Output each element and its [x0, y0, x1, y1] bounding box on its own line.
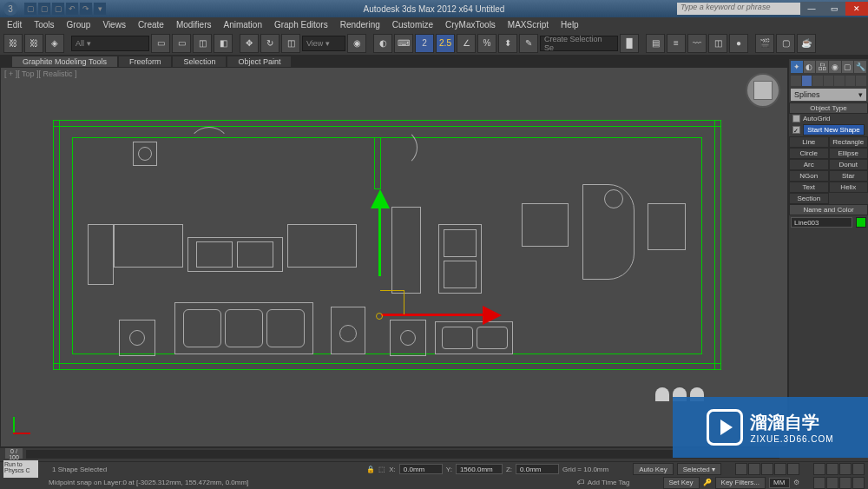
- prev-frame-icon[interactable]: [748, 463, 760, 475]
- named-selection-dropdown[interactable]: Create Selection Se: [540, 36, 618, 51]
- rotate-icon[interactable]: ↻: [260, 34, 279, 53]
- shapes-icon[interactable]: [802, 76, 812, 86]
- menu-tools[interactable]: Tools: [29, 20, 59, 30]
- manipulate-icon[interactable]: ◐: [373, 34, 392, 53]
- tab-selection[interactable]: Selection: [173, 56, 226, 67]
- cameras-icon[interactable]: [824, 76, 834, 86]
- time-tag-icon[interactable]: 🏷: [577, 479, 584, 486]
- maximize-button[interactable]: ▭: [823, 2, 845, 16]
- lights-icon[interactable]: [812, 76, 823, 86]
- menu-views[interactable]: Views: [97, 20, 131, 30]
- line-button[interactable]: Line: [789, 136, 829, 148]
- zoom-all-icon[interactable]: [852, 463, 865, 475]
- move-icon[interactable]: ✥: [240, 34, 259, 53]
- text-button[interactable]: Text: [789, 182, 829, 193]
- x-coord-input[interactable]: 0.0mm: [399, 464, 443, 474]
- menu-crymaxtools[interactable]: CryMaxTools: [440, 20, 501, 30]
- unlink-icon[interactable]: ⛓: [24, 34, 43, 53]
- arc-button[interactable]: Arc: [789, 159, 829, 170]
- motion-tab-icon[interactable]: ◉: [829, 61, 841, 73]
- object-color-swatch[interactable]: [856, 217, 866, 228]
- next-frame-icon[interactable]: [774, 463, 786, 475]
- qat-open-icon[interactable]: ▢: [38, 3, 50, 15]
- align-icon[interactable]: ▤: [646, 34, 665, 53]
- menu-maxscript[interactable]: MAXScript: [503, 20, 554, 30]
- timeline[interactable]: 0 / 100: [0, 447, 788, 461]
- keyboard-icon[interactable]: ⌨: [394, 34, 413, 53]
- z-coord-input[interactable]: 0.0mm: [516, 464, 559, 474]
- script-listener[interactable]: Run to Physcs C: [3, 460, 38, 478]
- shapes-category-dropdown[interactable]: Splines▾: [791, 89, 866, 101]
- viewport-label[interactable]: [ + ][ Top ][ Realistic ]: [4, 69, 77, 78]
- mm-input[interactable]: MM: [769, 478, 790, 488]
- autogrid-checkbox[interactable]: [792, 115, 800, 122]
- selected-button[interactable]: Selected ▾: [677, 463, 721, 475]
- select-name-icon[interactable]: ▭: [172, 34, 191, 53]
- gizmo-y-arrow-icon[interactable]: [371, 189, 390, 208]
- star-button[interactable]: Star: [829, 170, 869, 182]
- modify-tab-icon[interactable]: ◐: [804, 61, 816, 73]
- close-button[interactable]: ✕: [845, 2, 868, 16]
- menu-graph-editors[interactable]: Graph Editors: [269, 20, 333, 30]
- hierarchy-tab-icon[interactable]: 品: [816, 61, 828, 73]
- snap-25-icon[interactable]: 2.5: [436, 34, 455, 53]
- material-icon[interactable]: ●: [729, 34, 748, 53]
- rectangle-button[interactable]: Rectangle: [829, 136, 869, 148]
- schematic-icon[interactable]: ◫: [708, 34, 727, 53]
- pivot-icon[interactable]: ◉: [347, 34, 366, 53]
- render-frame-icon[interactable]: ▢: [776, 34, 795, 53]
- goto-end-icon[interactable]: [787, 463, 799, 475]
- curve-editor-icon[interactable]: 〰: [687, 34, 707, 53]
- angle-snap-icon[interactable]: ∠: [457, 34, 476, 53]
- tab-object-paint[interactable]: Object Paint: [227, 56, 291, 67]
- tab-freeform[interactable]: Freeform: [119, 56, 172, 67]
- viewport-top[interactable]: [ + ][ Top ][ Realistic ]: [0, 67, 788, 447]
- goto-start-icon[interactable]: [735, 463, 747, 475]
- display-tab-icon[interactable]: ▢: [842, 61, 854, 73]
- viewcube[interactable]: [746, 73, 780, 108]
- menu-group[interactable]: Group: [62, 20, 96, 30]
- ref-coord-dropdown[interactable]: View ▾: [302, 36, 345, 51]
- gizmo-xy-plane[interactable]: [380, 290, 404, 314]
- minimize-button[interactable]: —: [800, 2, 823, 16]
- helpers-icon[interactable]: [834, 76, 845, 86]
- play-icon[interactable]: [761, 463, 773, 475]
- circle-button[interactable]: Circle: [789, 148, 829, 159]
- section-button[interactable]: Section: [789, 193, 829, 204]
- menu-customize[interactable]: Customize: [387, 20, 438, 30]
- layers-icon[interactable]: ≡: [667, 34, 686, 53]
- region-zoom-icon[interactable]: [852, 477, 865, 489]
- time-slider[interactable]: 0 / 100: [5, 448, 23, 459]
- select-region-icon[interactable]: ◫: [193, 34, 212, 53]
- utilities-tab-icon[interactable]: 🔧: [854, 61, 866, 73]
- window-cross-icon[interactable]: ◧: [214, 34, 233, 53]
- tab-graphite[interactable]: Graphite Modeling Tools: [12, 56, 117, 67]
- set-key-button[interactable]: Set Key: [663, 477, 700, 489]
- edit-named-icon[interactable]: ✎: [519, 34, 538, 53]
- menu-help[interactable]: Help: [556, 20, 584, 30]
- coord-mode-icon[interactable]: ⬚: [378, 466, 385, 473]
- render-setup-icon[interactable]: 🎬: [755, 34, 774, 53]
- search-input[interactable]: Type a keyword or phrase: [677, 3, 816, 15]
- selection-filter-dropdown[interactable]: All ▾: [71, 36, 149, 51]
- menu-rendering[interactable]: Rendering: [335, 20, 385, 30]
- pan-icon[interactable]: [813, 463, 825, 475]
- geometry-icon[interactable]: [791, 76, 801, 86]
- menu-animation[interactable]: Animation: [218, 20, 266, 30]
- gizmo-center[interactable]: [376, 313, 383, 320]
- menu-edit[interactable]: Edit: [2, 20, 27, 30]
- auto-key-button[interactable]: Auto Key: [633, 463, 673, 475]
- helix-button[interactable]: Helix: [829, 182, 869, 193]
- object-name-input[interactable]: Line003: [791, 217, 852, 228]
- select-link-icon[interactable]: ⛓: [3, 34, 23, 53]
- percent-snap-icon[interactable]: %: [477, 34, 496, 53]
- max-viewport-icon[interactable]: [839, 477, 852, 489]
- gizmo-x-arrow-icon[interactable]: [483, 306, 502, 325]
- zoom-extents-icon[interactable]: [813, 477, 825, 489]
- select-icon[interactable]: ▭: [151, 34, 170, 53]
- qat-new-icon[interactable]: ▢: [24, 3, 36, 15]
- gizmo-y-axis[interactable]: [378, 198, 381, 276]
- fov-icon[interactable]: [826, 477, 838, 489]
- qat-more-icon[interactable]: ▾: [94, 3, 106, 15]
- menu-create[interactable]: Create: [133, 20, 169, 30]
